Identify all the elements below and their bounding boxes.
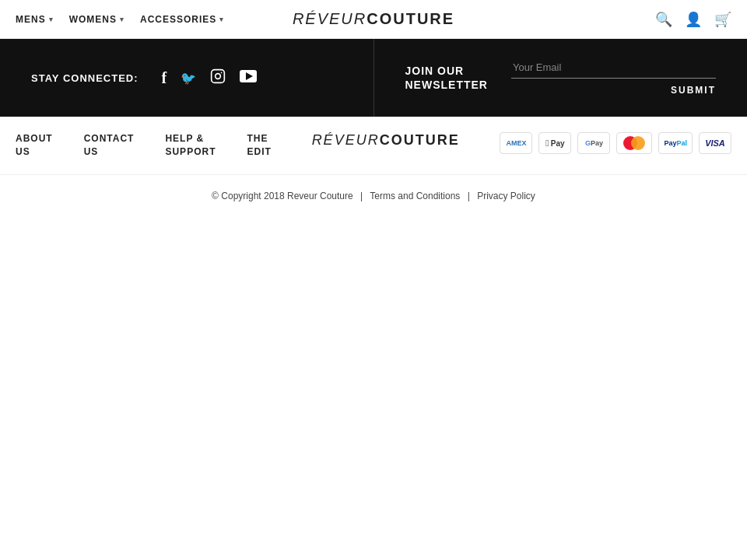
privacy-link[interactable]: Privacy Policy bbox=[477, 191, 535, 201]
newsletter-section: JOIN OUR NEWSLETTER SUBMIT bbox=[374, 39, 748, 117]
nav-mens[interactable]: MENS ▾ bbox=[16, 14, 54, 25]
facebook-icon[interactable]: f bbox=[162, 69, 167, 87]
svg-rect-0 bbox=[212, 69, 225, 82]
svg-point-1 bbox=[216, 73, 221, 79]
amex-badge: AMEX bbox=[500, 132, 532, 154]
youtube-icon[interactable] bbox=[240, 70, 257, 86]
footer-brand[interactable]: RÉVEURCOUTURE bbox=[312, 132, 460, 149]
social-icons: f 🐦 bbox=[162, 68, 258, 88]
brand-name: RÉVEURCOUTURE bbox=[293, 10, 454, 27]
nav-womens-label: WOMENS bbox=[69, 14, 117, 25]
terms-link[interactable]: Terms and Conditions bbox=[370, 191, 460, 201]
search-icon[interactable]: 🔍 bbox=[655, 11, 672, 28]
mens-chevron-icon: ▾ bbox=[49, 16, 54, 23]
footer-left-links: ABOUT US CONTACT US HELP & SUPPORT THE E… bbox=[16, 132, 272, 159]
nav-mens-label: MENS bbox=[16, 14, 46, 25]
visa-badge: VISA bbox=[699, 132, 731, 154]
payment-icons: AMEX  Pay GPay PayPal VISA bbox=[500, 132, 731, 154]
social-bar: STAY CONNECTED: f 🐦 JOIN OUR NEWSL bbox=[0, 39, 747, 117]
svg-point-6 bbox=[631, 136, 645, 150]
accessories-chevron-icon: ▾ bbox=[219, 16, 224, 23]
footer-contact[interactable]: CONTACT US bbox=[84, 132, 135, 159]
top-navigation: MENS ▾ WOMENS ▾ ACCESSORIES ▾ RÉVEURCOUT… bbox=[0, 0, 747, 39]
newsletter-heading: JOIN OUR NEWSLETTER bbox=[405, 64, 488, 92]
footer-about[interactable]: ABOUT US bbox=[16, 132, 53, 159]
womens-chevron-icon: ▾ bbox=[120, 16, 124, 23]
social-section: STAY CONNECTED: f 🐦 bbox=[0, 39, 374, 117]
footer-links: ABOUT US CONTACT US HELP & SUPPORT THE E… bbox=[0, 117, 747, 175]
footer-edit[interactable]: THE EDIT bbox=[247, 132, 271, 159]
email-input[interactable] bbox=[511, 57, 716, 79]
main-content bbox=[0, 217, 747, 489]
account-icon[interactable]: 👤 bbox=[685, 11, 702, 28]
footer-help[interactable]: HELP & SUPPORT bbox=[165, 132, 216, 159]
twitter-icon[interactable]: 🐦 bbox=[181, 71, 196, 86]
newsletter-form: SUBMIT bbox=[511, 57, 716, 99]
cart-icon[interactable]: 🛒 bbox=[714, 11, 731, 28]
svg-point-2 bbox=[221, 72, 223, 73]
stay-connected-label: STAY CONNECTED: bbox=[31, 72, 139, 84]
instagram-icon[interactable] bbox=[210, 68, 226, 88]
nav-accessories[interactable]: ACCESSORIES ▾ bbox=[140, 14, 224, 25]
footer-bottom: © Copyright 2018 Reveur Couture | Terms … bbox=[0, 175, 747, 217]
paypal-badge: PayPal bbox=[658, 132, 693, 154]
copyright-text: © Copyright 2018 Reveur Couture bbox=[212, 191, 353, 201]
nav-left: MENS ▾ WOMENS ▾ ACCESSORIES ▾ bbox=[16, 14, 224, 25]
submit-button[interactable]: SUBMIT bbox=[671, 82, 716, 99]
brand-logo[interactable]: RÉVEURCOUTURE bbox=[293, 10, 454, 28]
separator-2: | bbox=[468, 191, 470, 201]
nav-womens[interactable]: WOMENS ▾ bbox=[69, 14, 124, 25]
google-pay-badge: GPay bbox=[577, 132, 610, 154]
nav-accessories-label: ACCESSORIES bbox=[140, 14, 216, 25]
separator-1: | bbox=[360, 191, 363, 201]
apple-pay-badge:  Pay bbox=[538, 132, 571, 154]
mastercard-badge bbox=[616, 132, 652, 154]
nav-icons: 🔍 👤 🛒 bbox=[655, 11, 731, 28]
